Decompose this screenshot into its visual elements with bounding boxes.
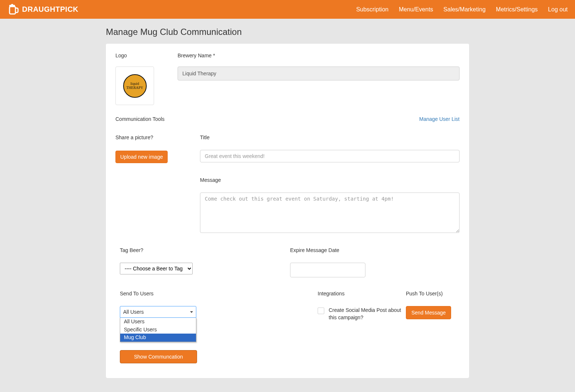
chevron-down-icon — [190, 311, 193, 313]
nav-links: Subscription Menu/Events Sales/Marketing… — [356, 6, 568, 13]
communication-tools-label: Communication Tools — [115, 116, 165, 122]
dropdown-option-all-users[interactable]: All Users — [120, 318, 196, 326]
share-picture-label: Share a picture? — [115, 134, 185, 140]
message-label: Message — [200, 177, 460, 183]
svg-point-3 — [13, 5, 15, 7]
tag-beer-select[interactable]: ---- Choose a Beer to Tag ----- — [120, 263, 193, 274]
brand[interactable]: DRAUGHTPICK — [7, 3, 78, 16]
social-media-checkbox[interactable] — [318, 308, 324, 314]
title-label: Title — [200, 134, 460, 140]
upload-new-image-button[interactable]: Upload new image — [115, 151, 168, 163]
beer-mug-icon — [7, 3, 19, 16]
send-to-users-label: Send To Users — [120, 291, 314, 296]
top-nav: DRAUGHTPICK Subscription Menu/Events Sal… — [0, 0, 575, 19]
push-to-user-label: Push To User(s) — [406, 291, 460, 296]
tag-beer-label: Tag Beer? — [120, 247, 286, 253]
message-textarea[interactable] — [200, 193, 460, 233]
page-title: Manage Mug Club Communication — [106, 27, 469, 37]
send-to-users-select[interactable]: All Users — [120, 306, 196, 318]
nav-link-metrics-settings[interactable]: Metrics/Settings — [496, 6, 538, 13]
logo-preview: liquid THERAPY — [115, 66, 154, 105]
expire-date-input[interactable] — [290, 263, 365, 277]
nav-link-logout[interactable]: Log out — [548, 6, 568, 13]
nav-link-menu-events[interactable]: Menu/Events — [399, 6, 433, 13]
brewery-name-input — [178, 66, 460, 80]
send-message-button[interactable]: Send Message — [406, 306, 451, 319]
nav-link-sales-marketing[interactable]: Sales/Marketing — [443, 6, 486, 13]
send-to-users-dropdown: All Users Specific Users Mug Club — [120, 318, 196, 342]
dropdown-option-specific-users[interactable]: Specific Users — [120, 326, 196, 334]
social-media-checkbox-label: Create Social Media Post about this camp… — [329, 307, 402, 321]
svg-rect-0 — [10, 7, 15, 14]
manage-user-list-link[interactable]: Manage User List — [419, 116, 460, 122]
integrations-label: Integrations — [318, 291, 402, 296]
logo-text: liquid THERAPY — [124, 82, 146, 90]
brand-text: DRAUGHTPICK — [22, 5, 78, 14]
logo-label: Logo — [115, 53, 172, 58]
nav-link-subscription[interactable]: Subscription — [356, 6, 389, 13]
send-to-selected-value: All Users — [123, 309, 144, 315]
brewery-logo-icon: liquid THERAPY — [123, 74, 147, 98]
dropdown-option-mug-club[interactable]: Mug Club — [120, 334, 196, 342]
brewery-name-label: Brewery Name * — [178, 53, 460, 58]
title-input[interactable] — [200, 150, 460, 162]
main-panel: Logo liquid THERAPY Brewery Name * Commu… — [106, 44, 469, 378]
expire-date-label: Expire Message Date — [290, 247, 365, 253]
show-communication-button[interactable]: Show Communcation — [120, 350, 197, 363]
